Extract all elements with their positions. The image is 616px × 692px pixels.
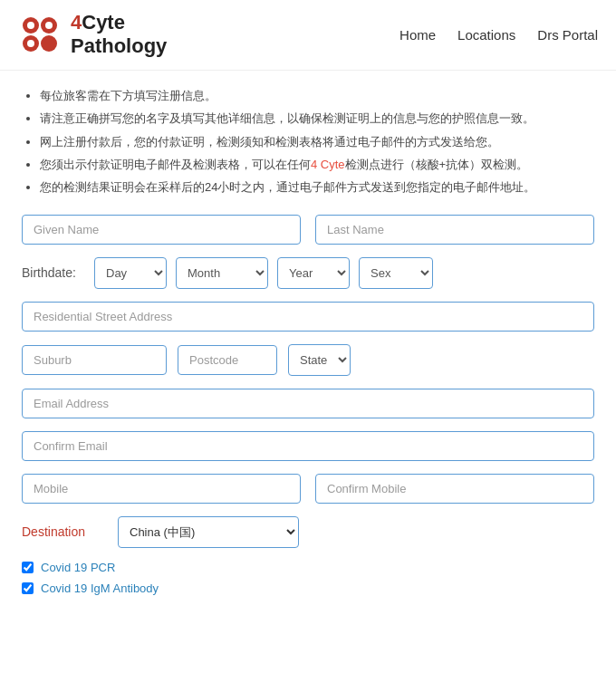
- confirm-email-input[interactable]: [22, 431, 594, 461]
- month-select[interactable]: Month JanuaryFebruaryMarchApril MayJuneJ…: [176, 257, 268, 289]
- name-row: [22, 215, 594, 245]
- suburb-row: State NSWVICQLDSA WATASNTACT: [22, 344, 594, 376]
- sex-select[interactable]: Sex Male Female Other: [359, 257, 433, 289]
- email-row: [22, 389, 594, 418]
- destination-select[interactable]: China (中国) Australia Japan Korea Other: [118, 516, 299, 548]
- svg-point-5: [45, 22, 53, 29]
- birthdate-row: Birthdate: Day 12345 678910 1112131415 1…: [22, 257, 594, 289]
- covid-pcr-checkbox[interactable]: [22, 562, 34, 573]
- main-nav: Home Locations Drs Portal: [399, 27, 598, 43]
- svg-point-4: [27, 22, 34, 29]
- given-name-input[interactable]: [22, 215, 301, 245]
- nav-drs-portal[interactable]: Drs Portal: [537, 27, 598, 43]
- logo-area: 4Cyte Pathology: [18, 11, 167, 59]
- svg-point-6: [27, 40, 34, 47]
- email-input[interactable]: [22, 389, 594, 418]
- highlight-text: 4 Cyte: [311, 158, 345, 171]
- nav-locations[interactable]: Locations: [457, 27, 515, 43]
- covid-pcr-row: Covid 19 PCR: [22, 561, 594, 574]
- covid-igm-checkbox[interactable]: [22, 582, 34, 594]
- logo-icon: [18, 13, 62, 56]
- confirm-email-row: [22, 431, 594, 461]
- day-select[interactable]: Day 12345 678910 1112131415 1617181920 2…: [94, 257, 167, 289]
- year-select[interactable]: Year 2005200019951990 1985198019751970 1…: [277, 257, 350, 289]
- address-row: [22, 302, 594, 332]
- mobile-input[interactable]: [22, 474, 301, 504]
- covid-igm-row: Covid 19 IgM Antibody: [22, 581, 594, 595]
- svg-point-3: [41, 35, 57, 52]
- state-select[interactable]: State NSWVICQLDSA WATASNTACT: [288, 344, 351, 376]
- nav-home[interactable]: Home: [399, 27, 436, 43]
- info-list: 每位旅客需在下方填写注册信息。 请注意正确拼写您的名字及填写其他详细信息，以确保…: [22, 85, 594, 198]
- postcode-input[interactable]: [178, 345, 277, 375]
- page-header: 4Cyte Pathology Home Locations Drs Porta…: [0, 0, 616, 71]
- mobile-row: [22, 474, 594, 504]
- info-bullet-4: 您须出示付款证明电子邮件及检测表格，可以在任何4 Cyte检测点进行（核酸+抗体…: [40, 154, 594, 175]
- info-bullet-1: 每位旅客需在下方填写注册信息。: [40, 85, 594, 106]
- destination-label: Destination: [22, 524, 103, 539]
- info-bullet-2: 请注意正确拼写您的名字及填写其他详细信息，以确保检测证明上的信息与您的护照信息一…: [40, 108, 594, 129]
- street-address-input[interactable]: [22, 302, 594, 332]
- birthdate-label: Birthdate:: [22, 265, 85, 280]
- last-name-input[interactable]: [315, 215, 594, 245]
- logo-text: 4Cyte Pathology: [71, 11, 167, 59]
- covid-pcr-label: Covid 19 PCR: [41, 561, 115, 574]
- suburb-input[interactable]: [22, 345, 167, 375]
- destination-row: Destination China (中国) Australia Japan K…: [22, 516, 594, 548]
- info-bullet-3: 网上注册付款后，您的付款证明，检测须知和检测表格将通过电子邮件的方式发送给您。: [40, 131, 594, 152]
- confirm-mobile-input[interactable]: [315, 474, 594, 504]
- covid-igm-label: Covid 19 IgM Antibody: [41, 581, 159, 595]
- info-bullet-5: 您的检测结果证明会在采样后的24小时之内，通过电子邮件方式发送到您指定的电子邮件…: [40, 177, 594, 197]
- main-content: 每位旅客需在下方填写注册信息。 请注意正确拼写您的名字及填写其他详细信息，以确保…: [0, 71, 616, 617]
